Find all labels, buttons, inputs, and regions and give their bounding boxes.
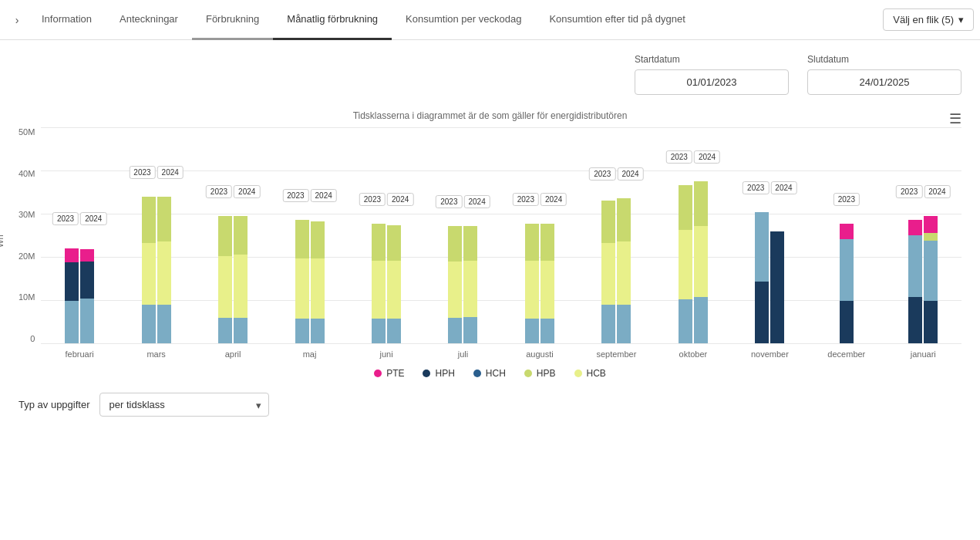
bar-seg-hcb — [218, 256, 232, 318]
bar-seg-hch2 — [80, 299, 94, 343]
bar-seg-pte2 — [80, 249, 94, 262]
month-group-september: 2023 2024 — [578, 198, 655, 343]
bar-seg-hph — [840, 301, 854, 343]
bar-2023-augusti — [525, 224, 539, 343]
year-label-2024: 2024 — [463, 195, 490, 208]
bar-seg-hpb2 — [617, 198, 631, 241]
legend-pte: PTE — [374, 368, 404, 379]
type-label: Typ av uppgifter — [19, 399, 90, 410]
y-axis-wh-label: Wh — [0, 235, 5, 248]
start-date-input[interactable] — [635, 69, 789, 95]
bar-2023-december — [840, 224, 854, 343]
tab-forbrukning[interactable]: Förbrukning — [192, 0, 273, 40]
x-labels: februari mars april maj juni juli august… — [41, 343, 961, 359]
year-label-2023: 2023 — [589, 167, 615, 181]
hamburger-menu-icon[interactable]: ☰ — [949, 110, 961, 127]
bar-seg-hch — [372, 319, 386, 343]
month-group-oktober: 2023 2024 — [655, 181, 731, 343]
bar-seg-hpb — [295, 220, 309, 258]
year-labels-juni: 2023 2024 — [359, 193, 414, 206]
bar-2024-februari — [80, 247, 94, 343]
y-axis: 50M 40M 30M 20M 10M 0 — [19, 127, 41, 343]
bar-seg-hpb2 — [157, 197, 171, 241]
bar-seg-hch2 — [924, 241, 938, 301]
bar-seg-hch — [679, 299, 692, 343]
bar-seg-hch2 — [463, 317, 477, 343]
bar-seg-hcb — [525, 261, 539, 319]
legend-label-pte: PTE — [386, 368, 404, 379]
bar-seg-hpb2 — [311, 221, 325, 258]
month-group-januari: 2023 2024 — [885, 216, 961, 343]
month-group-april: 2023 2024 — [194, 216, 271, 343]
bar-2024-november — [770, 231, 784, 343]
year-labels-oktober: 2023 2024 — [666, 150, 721, 164]
type-select[interactable]: per tidsklass totalt — [99, 393, 269, 417]
bar-seg-hch — [908, 235, 922, 297]
bottom-row: Typ av uppgifter per tidsklass totalt — [0, 379, 980, 417]
month-group-november: 2023 2024 — [732, 212, 808, 343]
x-label-april: april — [194, 343, 271, 359]
end-date-group: Slutdatum — [807, 54, 961, 95]
date-row: Startdatum Slutdatum — [0, 40, 980, 95]
month-group-juni: 2023 2024 — [348, 224, 424, 343]
year-label-2023: 2023 — [436, 195, 462, 208]
bar-seg-pte — [65, 248, 79, 262]
bar-2024-juni — [387, 225, 401, 343]
tab-information[interactable]: Information — [28, 0, 106, 40]
month-group-februari: 2023 2024 — [41, 243, 117, 343]
year-label-2024: 2024 — [80, 212, 106, 225]
bar-seg-hch — [295, 319, 309, 343]
year-label-2024: 2024 — [311, 189, 337, 202]
bar-2023-maj — [295, 220, 309, 343]
bar-seg-hpb2 — [463, 226, 477, 261]
year-labels-augusti: 2023 2024 — [513, 193, 567, 206]
bar-seg-hcb2 — [157, 241, 171, 305]
tab-dygnet[interactable]: Konsumtion efter tid på dygnet — [535, 0, 699, 40]
end-date-input[interactable] — [807, 69, 961, 95]
legend-hch: HCH — [473, 368, 506, 379]
year-label-2024: 2024 — [924, 185, 950, 198]
bar-2023-februari — [65, 243, 79, 343]
chart-legend: PTE HPH HCH HPB HCB — [19, 368, 961, 379]
tab-anteckningar[interactable]: Anteckningar — [106, 0, 192, 40]
bar-seg-hch2 — [234, 318, 248, 343]
bar-2023-januari — [908, 220, 922, 343]
legend-dot-pte — [374, 370, 382, 377]
month-group-augusti: 2023 2024 — [501, 224, 578, 343]
nav-back-arrow[interactable]: › — [6, 9, 28, 31]
legend-dot-hch — [473, 370, 481, 377]
bar-seg-hch — [142, 305, 156, 343]
bar-seg-hcb2 — [311, 258, 325, 319]
month-group-mars: 2023 2024 — [118, 197, 194, 343]
chart-subtitle: Tidsklasserna i diagrammet är de som gäl… — [19, 110, 961, 121]
month-group-juli: 2023 2024 — [425, 226, 501, 343]
bar-2024-juli — [463, 226, 477, 343]
bar-2023-april — [218, 216, 232, 343]
bar-seg-hpb — [448, 226, 462, 262]
year-label-2024: 2024 — [234, 185, 260, 198]
year-label-2023: 2023 — [359, 193, 386, 206]
bar-seg-hch2 — [541, 319, 554, 343]
tab-manatlig[interactable]: Månatlig förbrukning — [273, 0, 392, 40]
year-label-2024: 2024 — [617, 167, 643, 181]
month-group-maj: 2023 2024 — [271, 220, 348, 343]
flik-dropdown[interactable]: Välj en flik (5) ▾ — [883, 8, 974, 31]
bar-2023-mars — [142, 197, 156, 343]
bar-seg-hcb — [295, 258, 309, 319]
year-label-2024: 2024 — [770, 181, 796, 194]
year-label-2023: 2023 — [896, 185, 922, 198]
x-label-mars: mars — [118, 343, 194, 359]
legend-hpb: HPB — [524, 368, 556, 379]
bar-seg-hch — [601, 305, 615, 343]
x-label-september: september — [578, 343, 655, 359]
bar-seg-hpb2 — [694, 181, 708, 226]
x-label-maj: maj — [271, 343, 348, 359]
tab-veckodag[interactable]: Konsumtion per veckodag — [392, 0, 535, 40]
bar-2024-april — [234, 216, 248, 343]
bar-seg-hch2 — [387, 319, 401, 343]
legend-dot-hpb — [524, 370, 532, 377]
bar-seg-hpb — [372, 224, 386, 261]
bar-seg-hcb2 — [617, 241, 631, 305]
chart-wrapper: Wh 50M 40M 30M 20M 10M 0 — [19, 127, 961, 359]
x-label-januari: januari — [885, 343, 961, 359]
